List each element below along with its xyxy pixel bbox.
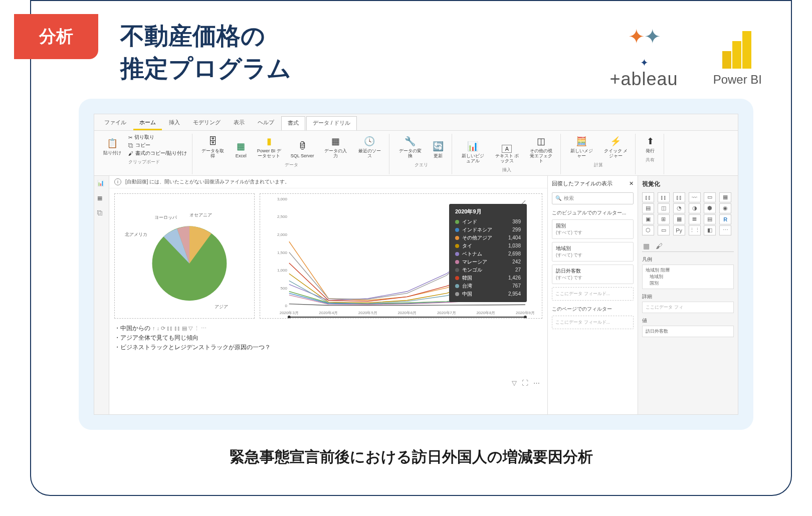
tab-view[interactable]: 表示 — [228, 116, 251, 130]
viz-type-icon[interactable]: ⋮⋮ — [689, 225, 701, 235]
viz-type-icon[interactable]: ◑ — [689, 203, 701, 213]
format-painter-button[interactable]: 🖌書式のコピー/貼り付け — [128, 150, 187, 157]
svg-point-21 — [524, 316, 527, 318]
tab-data-drill[interactable]: データ / ドリル — [306, 116, 357, 130]
viz-type-icon[interactable]: ◉ — [719, 203, 731, 213]
filter-dropzone-2[interactable]: ここにデータ フィールド... — [552, 316, 634, 329]
publish-button[interactable]: ⬆発行 — [642, 134, 659, 155]
filter-card-visitors[interactable]: 訪日外客数 (すべて) です — [552, 265, 634, 284]
viz-type-icon[interactable]: 〰 — [689, 192, 701, 202]
measure-icon: 🧮 — [575, 135, 588, 148]
svg-text:オセアニア: オセアニア — [189, 212, 212, 217]
database-icon: 🗄 — [207, 135, 220, 148]
report-view-icon[interactable]: 📊 — [97, 180, 106, 189]
viz-type-icon[interactable]: ◔ — [673, 203, 685, 213]
viz-type-icon[interactable]: ⬢ — [704, 203, 716, 213]
filter-icon[interactable]: ▽ — [512, 379, 517, 387]
textbox-button[interactable]: Aテキスト ボックス — [492, 144, 521, 165]
filter-card-region[interactable]: 地域別 (すべて) です — [552, 242, 634, 262]
filter-dropzone-1[interactable]: ここにデータ フィールド... — [552, 287, 634, 301]
data-view-icon[interactable]: ▦ — [97, 195, 106, 204]
textbox-icon: A — [502, 145, 512, 153]
viz-pane-title: 視覚化 — [642, 180, 734, 188]
sql-icon: 🛢 — [296, 140, 309, 153]
clipboard-icon: 📋 — [106, 137, 119, 150]
legend-well[interactable]: 地域別 階層 地域別 国別 — [642, 265, 734, 289]
tab-format[interactable]: 書式 — [281, 116, 305, 130]
viz-type-icon[interactable]: ⊞ — [658, 214, 670, 224]
pbi-dataset-button[interactable]: ▮Power BI データセット — [255, 134, 284, 160]
viz-type-icon[interactable]: ▦ — [719, 192, 731, 202]
fields-tab-icon[interactable]: ▦ — [642, 240, 651, 251]
quick-measure-button[interactable]: ⚡クイック メジャー — [601, 134, 630, 160]
new-visual-button[interactable]: 📊新しいビジュアル — [458, 139, 487, 165]
refresh-button[interactable]: 🔄更新 — [430, 139, 447, 160]
svg-text:2020年9月: 2020年9月 — [516, 311, 535, 315]
tab-home[interactable]: ホーム — [133, 116, 162, 130]
tab-help[interactable]: ヘルプ — [252, 116, 280, 130]
close-icon[interactable]: ✕ — [629, 180, 634, 187]
viz-type-icon[interactable]: ◫ — [658, 203, 670, 213]
viz-type-icon[interactable]: ▣ — [642, 214, 654, 224]
transform-button[interactable]: 🔧データの変換 — [395, 134, 425, 160]
viz-type-icon[interactable]: Py — [673, 225, 685, 235]
viz-type-icon[interactable]: ▭ — [704, 192, 716, 202]
copy-icon: ⿻ — [128, 143, 133, 148]
svg-text:500: 500 — [281, 286, 288, 290]
viz-type-icon[interactable]: ⫿⫿ — [673, 192, 685, 202]
note-toolbar-icons: ↑ ↓ ⟳ ⫿⫿ ⫿⫿ ▤ ▽ ⋮ ⋯ — [152, 324, 207, 333]
cut-button[interactable]: ✂切り取り — [128, 134, 154, 141]
more-icon[interactable]: ⋯ — [533, 379, 540, 387]
viz-type-icon[interactable]: ◧ — [704, 225, 716, 235]
category-badge: 分析 — [14, 14, 98, 59]
line-chart-visual[interactable]: 05001,0001,5002,0002,5003,0002020年3月2020… — [260, 193, 542, 319]
legend-well-title: 凡例 — [642, 256, 734, 263]
tab-modeling[interactable]: モデリング — [187, 116, 227, 130]
quick-icon: ⚡ — [609, 135, 622, 148]
filter-card-country[interactable]: 国別 (すべて) です — [552, 219, 634, 239]
detail-well[interactable]: ここにデータ フィ — [642, 302, 734, 313]
enter-data-button[interactable]: ▦データの入力 — [321, 134, 350, 160]
search-input[interactable]: 🔍 検索 — [552, 192, 634, 204]
values-well[interactable]: 訪日外客数 — [642, 326, 734, 337]
more-visuals-button[interactable]: ◫その他の視覚エフェクト — [526, 134, 555, 165]
viz-type-icon[interactable]: ▤ — [642, 203, 654, 213]
sql-button[interactable]: 🛢SQL Server — [289, 139, 316, 160]
get-data-button[interactable]: 🗄データを取得 — [198, 134, 228, 160]
viz-type-icon[interactable]: R — [719, 214, 731, 224]
excel-button[interactable]: ▦Excel — [233, 139, 250, 160]
svg-text:2020年5月: 2020年5月 — [358, 311, 377, 315]
viz-type-icon[interactable]: ⫿⫿ — [642, 192, 654, 202]
format-tab-icon[interactable]: 🖌 — [655, 240, 664, 251]
viz-type-icon[interactable]: ▤ — [704, 214, 716, 224]
recent-sources-button[interactable]: 🕓最近のソース — [355, 134, 384, 160]
tab-file[interactable]: ファイル — [98, 116, 132, 130]
paste-button[interactable]: 📋貼り付け — [101, 136, 123, 157]
ribbon-group-clipboard: 📋貼り付け ✂切り取り ⿻コピー 🖌書式のコピー/貼り付け クリップボード — [96, 134, 192, 174]
info-icon: i — [114, 178, 121, 185]
copy-button[interactable]: ⿻コピー — [128, 142, 150, 149]
app-body: 📊 ▦ ⿻ i [自動回復] には、開いたことがない回復済みファイルが含まれてい… — [94, 176, 738, 414]
chart-tooltip: 2020年9月 インド389インドネシア299その他アジア1,404タイ1,03… — [449, 204, 527, 302]
svg-text:2,000: 2,000 — [277, 232, 287, 237]
viz-type-icon[interactable]: ⋯ — [719, 225, 731, 235]
svg-point-20 — [288, 316, 291, 318]
report-canvas[interactable]: ヨーロッパ オセアニア 北アメリカ アジア 05001,0001,5002,00… — [109, 188, 547, 414]
viz-type-icon[interactable]: ⫿⫿ — [658, 192, 670, 202]
viz-type-icon[interactable]: ▦ — [673, 214, 685, 224]
focus-icon[interactable]: ⛶ — [522, 379, 528, 387]
viz-type-icon[interactable]: ▭ — [658, 225, 670, 235]
viz-type-icon[interactable]: 〓 — [689, 214, 701, 224]
ribbon-group-calc: 🧮新しいメジャー ⚡クイック メジャー 計算 — [562, 134, 636, 174]
model-view-icon[interactable]: ⿻ — [97, 210, 106, 219]
new-measure-button[interactable]: 🧮新しいメジャー — [567, 134, 596, 160]
svg-text:3,000: 3,000 — [277, 197, 287, 201]
recovered-files-header: 回復したファイルの表示 — [552, 180, 613, 187]
viz-type-icon[interactable]: ⬡ — [642, 225, 654, 235]
table-icon: ▦ — [329, 135, 342, 148]
svg-text:2020年3月: 2020年3月 — [280, 311, 299, 315]
svg-text:2,500: 2,500 — [277, 214, 287, 219]
visual-filters-title: このビジュアルでのフィルター... — [552, 209, 634, 216]
pie-chart-visual[interactable]: ヨーロッパ オセアニア 北アメリカ アジア — [114, 193, 255, 319]
tab-insert[interactable]: 挿入 — [163, 116, 186, 130]
